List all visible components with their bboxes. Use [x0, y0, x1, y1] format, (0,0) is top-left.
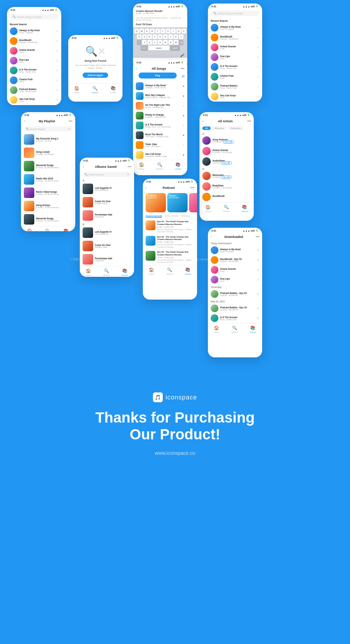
tab-following[interactable]: Following: [181, 215, 190, 218]
nav-home[interactable]: 🏠Home: [205, 205, 211, 212]
tab-podcastre[interactable]: Podcastre: [228, 126, 244, 130]
key-n[interactable]: N: [168, 40, 173, 45]
artist-item[interactable]: Barasuara 5 SONGS FOLLOW ›: [200, 171, 254, 181]
key-j[interactable]: J: [168, 34, 173, 39]
playlist-item[interactable]: Song Lemah 9 Songs · By Basque ›: [21, 146, 75, 159]
filter-icon[interactable]: ⊟: [182, 74, 184, 78]
key-d[interactable]: D: [147, 34, 152, 39]
back-button[interactable]: ‹: [146, 186, 147, 190]
nav-search[interactable]: 🔍Search: [92, 86, 98, 94]
playlist-search[interactable]: 🔍 Search Playlist ⊟: [24, 126, 72, 131]
key-return[interactable]: return: [170, 46, 180, 50]
key-i[interactable]: I: [171, 29, 176, 34]
search-bar[interactable]: 🔍 Search Song or Podcast: [10, 14, 58, 20]
close-icon[interactable]: ✕: [56, 30, 58, 33]
key-space[interactable]: space: [148, 46, 169, 50]
nav-home[interactable]: 🏠Home: [139, 162, 145, 170]
download-item[interactable]: Podcast Babibu - Eps 23 Podcast · Box2Bo…: [208, 289, 262, 299]
back-button[interactable]: ‹: [136, 67, 137, 70]
key-r[interactable]: R: [150, 29, 155, 34]
nav-search[interactable]: 🔍Search: [231, 326, 238, 333]
download-item[interactable]: Box2BoxID - Eps 03 Podcast · Box2BoxID ⬇: [208, 255, 262, 265]
close-icon[interactable]: ✕: [56, 79, 58, 82]
key-g[interactable]: G: [158, 34, 162, 39]
like-icon[interactable]: ♥: [183, 153, 184, 157]
artist-item[interactable]: Ariana Grande 5 SONGS · FOLLOWING ›: [200, 146, 254, 156]
nav-home[interactable]: 🏠Home: [149, 267, 154, 275]
nav-library[interactable]: 📚Library: [110, 86, 117, 94]
artist-item[interactable]: Box2BoxID ... ›: [200, 192, 254, 202]
close-icon[interactable]: ✕: [56, 59, 58, 62]
artist-item[interactable]: AudioSlave 5 SONGS FOLLOW ›: [200, 156, 254, 167]
song-item[interactable]: On The Night Like This Mocca · Adelaide …: [133, 101, 187, 111]
more-options-button[interactable]: •••: [181, 67, 184, 70]
playlist-item[interactable]: Radio Hits 2019 9 Songs · By MusicFactor…: [21, 173, 75, 186]
like-icon[interactable]: ♥: [183, 144, 184, 147]
podcast-banner-1[interactable]: Box2BoxIDBOX2BOXID: [146, 193, 166, 212]
follow-button[interactable]: FOLLOW: [221, 161, 232, 165]
like-icon[interactable]: ♥: [183, 114, 184, 117]
tab-popular-episode[interactable]: Popular Episode: [146, 215, 162, 218]
podcast-banner-3[interactable]: [189, 193, 197, 212]
nav-home[interactable]: 🏠Home: [74, 86, 80, 94]
filter-icon[interactable]: ⊟: [68, 128, 70, 130]
close-icon[interactable]: ✕: [257, 46, 259, 49]
episode-item[interactable]: Eps 03 : The Small Change that Creates M…: [143, 249, 197, 265]
tab-all[interactable]: All: [202, 126, 211, 130]
nav-library[interactable]: 📚Library: [175, 162, 181, 170]
tab-musician[interactable]: Musician: [212, 126, 227, 130]
filter-icon[interactable]: ⊟: [127, 173, 129, 176]
album-item[interactable]: Led Zeppelin IV LED ZEPPELIN ›: [80, 226, 134, 239]
podcast-banner-2[interactable]: RetropusBOX2BOXID: [167, 193, 188, 212]
key-v[interactable]: V: [158, 40, 162, 45]
episode-item[interactable]: Eps 02 : The Small Change that Creates M…: [143, 234, 197, 250]
like-icon[interactable]: ♥: [183, 85, 184, 88]
like-icon[interactable]: ♥: [183, 104, 184, 108]
more-options-button[interactable]: •••: [127, 165, 131, 169]
album-item[interactable]: Permintaan Hati DOBLESS ›: [80, 209, 134, 222]
follow-button[interactable]: FOLLOW: [221, 176, 232, 179]
more-options-button[interactable]: •••: [190, 186, 194, 190]
key-z[interactable]: Z: [142, 40, 147, 45]
key-c[interactable]: C: [153, 40, 157, 45]
download-item[interactable]: Podcast Babibu - Eps 19 Podcast · Box2Bo…: [208, 303, 262, 313]
song-item[interactable]: Always in My Head Coldplay · Ghost Stori…: [133, 81, 187, 91]
nav-library[interactable]: 📚Library: [122, 268, 128, 276]
key-q[interactable]: Q: [134, 29, 139, 34]
nav-library[interactable]: 📚Library: [250, 326, 256, 333]
nav-home[interactable]: 🏠Home: [27, 228, 33, 231]
key-e[interactable]: E: [145, 29, 149, 34]
nav-home[interactable]: 🏠Home: [214, 326, 219, 333]
album-item[interactable]: Led Zeppelin IV LED ZEPPELIN ›: [80, 182, 134, 196]
close-icon[interactable]: ✕: [56, 49, 58, 53]
nav-search[interactable]: 🔍Search: [44, 228, 51, 231]
key-x[interactable]: X: [147, 40, 152, 45]
key-y[interactable]: Y: [161, 29, 165, 34]
key-u[interactable]: U: [166, 29, 170, 34]
close-icon[interactable]: ✕: [56, 89, 58, 92]
album-item[interactable]: Come On Over DSIBBA TWIN ›: [80, 239, 134, 253]
tab-most-listened[interactable]: Most Listened: [165, 215, 178, 218]
key-w[interactable]: W: [140, 29, 144, 34]
follow-button[interactable]: FOLLOW: [223, 140, 234, 144]
key-a[interactable]: A: [137, 34, 141, 39]
nav-search[interactable]: 🔍Search: [156, 162, 163, 170]
song-item[interactable]: Blue Sky Collapse Adhitia Sofyan · Adela…: [133, 91, 187, 101]
like-icon[interactable]: ♥: [183, 134, 184, 137]
more-options-button[interactable]: •••: [247, 119, 251, 123]
key-123[interactable]: 123: [141, 46, 148, 50]
song-item[interactable]: Ready to Change Kodaline · I Wouldn't Be…: [133, 111, 187, 121]
playlist-item[interactable]: Memorial Songs 9 Songs · By MusicFactory…: [21, 159, 75, 173]
key-t[interactable]: T: [155, 29, 160, 34]
like-icon[interactable]: ♥: [183, 95, 184, 98]
now-playing-bar[interactable]: Yellow · Coldplay ▶ ⏭: [208, 101, 262, 102]
episode-item[interactable]: Eps 01 : The Small Change that Creates M…: [143, 219, 197, 234]
nav-search[interactable]: 🔍Search: [166, 267, 173, 275]
playlist-item[interactable]: My Favourite Song 1 9 Songs · By Brian ›: [21, 133, 75, 146]
more-options-button[interactable]: •••: [69, 119, 72, 123]
playlist-item[interactable]: Memorial Songs 9 Songs · By MusicFactory…: [21, 213, 75, 226]
key-o[interactable]: O: [176, 29, 181, 34]
close-icon[interactable]: ✕: [56, 69, 58, 72]
key-p[interactable]: P: [182, 29, 186, 34]
playlist-item[interactable]: Song-Koloyo 9 Songs · By MusicFactory ›: [21, 199, 75, 213]
